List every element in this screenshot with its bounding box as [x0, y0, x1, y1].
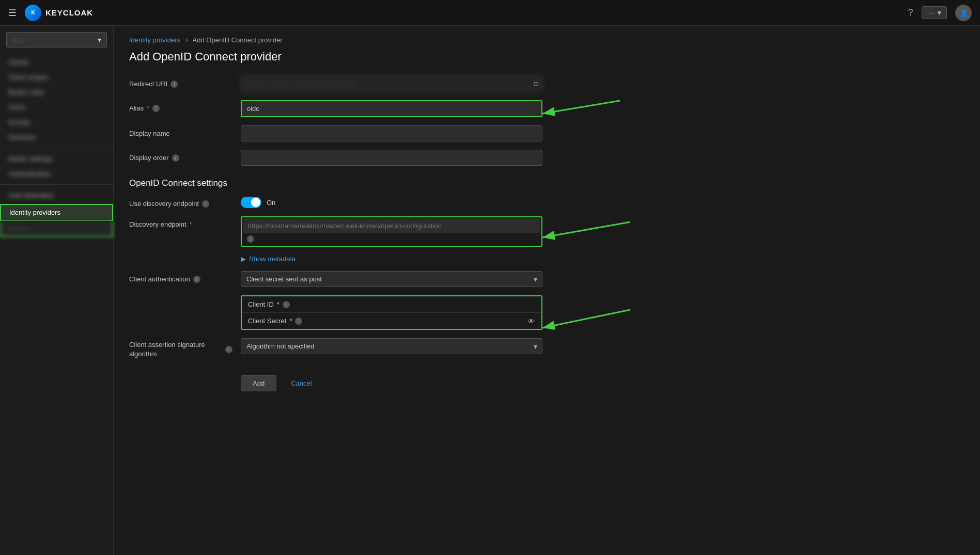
client-credentials-row: Client ID * i Client Secret * i [129, 295, 542, 330]
client-secret-input-wrap: 👁 [324, 313, 541, 329]
client-assertion-info-icon: i [225, 346, 232, 353]
copy-button[interactable]: ⧉ [532, 78, 540, 90]
sidebar-item-2[interactable]: Client scopes [0, 70, 113, 85]
discovery-endpoint-input[interactable] [243, 218, 540, 233]
redirect-uri-wrap: ⧉ [241, 76, 542, 92]
alias-input[interactable] [242, 101, 541, 116]
breadcrumb-separator: > [184, 36, 189, 44]
alias-info-icon: i [152, 105, 160, 112]
sidebar-item-5-label: Groups [8, 118, 30, 126]
redirect-uri-input[interactable] [241, 76, 542, 92]
eye-icon[interactable]: 👁 [525, 314, 537, 327]
alias-required-star: * [147, 104, 149, 112]
sidebar-item-3-label: Realm roles [8, 88, 44, 96]
sidebar-divider-2 [0, 184, 113, 185]
hamburger-icon[interactable]: ☰ [8, 7, 17, 19]
toggle-on-text: On [267, 199, 275, 207]
logo: K KEYCLOAK [25, 5, 93, 21]
client-assertion-label: Client assertion signature algorithm i [129, 338, 232, 359]
sidebar-item-1-label: Clients [8, 58, 29, 66]
sidebar-item-8[interactable]: Authentication [0, 166, 113, 181]
discovery-info-icon: i [247, 235, 254, 243]
sidebar-item-below[interactable]: ·········· [0, 221, 113, 237]
discovery-info-row: i [243, 233, 540, 245]
toggle-knob [251, 198, 260, 207]
display-name-input[interactable] [241, 125, 542, 141]
redirect-uri-label: Redirect URI i [129, 76, 232, 88]
sidebar-item-9-label: User federation [8, 192, 54, 199]
sidebar-identity-providers-label: Identity providers [9, 209, 60, 216]
display-order-row: Display order i [129, 150, 542, 166]
realm-select-label: ····· [12, 36, 22, 44]
add-button[interactable]: Add [241, 375, 276, 391]
user-dropdown[interactable]: ···· ▾ [922, 6, 947, 19]
client-id-info-icon: i [283, 301, 290, 308]
user-dropdown-label: ···· [927, 9, 935, 17]
sidebar-item-8-label: Authentication [8, 170, 51, 178]
client-secret-required: * [289, 317, 292, 325]
breadcrumb: Identity providers > Add OpenID Connect … [129, 36, 965, 44]
discovery-required-star: * [190, 220, 192, 228]
toggle-wrap: On [241, 197, 275, 208]
display-order-info-icon: i [172, 154, 179, 162]
client-id-row: Client ID * i [242, 296, 541, 313]
use-discovery-info-icon: i [202, 200, 209, 208]
display-order-wrap [241, 150, 542, 166]
client-assertion-select[interactable]: Algorithm not specified [241, 338, 542, 354]
client-auth-row: Client authentication i Client secret se… [129, 271, 542, 287]
sidebar-item-7-label: Realm settings [8, 155, 53, 163]
page-title: Add OpenID Connect provider [129, 50, 965, 64]
discovery-endpoint-row: Discovery endpoint * i [129, 216, 542, 247]
main-layout: ····· ▾ Clients Client scopes Realm role… [0, 26, 980, 555]
sidebar-item-below-label: ·········· [9, 225, 28, 232]
sidebar-item-identity-providers[interactable]: Identity providers [0, 204, 113, 221]
client-auth-select-wrap: Client secret sent as post ▾ [241, 271, 542, 287]
alias-row: Alias * i [129, 100, 542, 117]
discovery-endpoint-wrap: i [241, 216, 542, 247]
display-order-label: Display order i [129, 150, 232, 162]
use-discovery-toggle[interactable] [241, 197, 261, 208]
main-content: Identity providers > Add OpenID Connect … [114, 26, 980, 555]
sidebar-divider-1 [0, 148, 113, 148]
sidebar-item-9[interactable]: User federation [0, 188, 113, 203]
client-credentials-box: Client ID * i Client Secret * i [241, 295, 542, 330]
client-secret-row: Client Secret * i 👁 [242, 313, 541, 329]
sidebar-item-5[interactable]: Groups [0, 115, 113, 130]
redirect-uri-row: Redirect URI i ⧉ [129, 76, 542, 92]
form-section: Redirect URI i ⧉ Alias * i [129, 76, 542, 391]
avatar[interactable]: 👤 [955, 5, 972, 21]
sidebar-item-1[interactable]: Clients [0, 55, 113, 70]
form-actions: Add Cancel [241, 375, 542, 391]
svg-line-1 [542, 222, 630, 237]
cancel-button[interactable]: Cancel [283, 375, 320, 391]
display-name-row: Display name [129, 125, 542, 141]
sidebar-item-4-label: Users [8, 103, 26, 111]
use-discovery-row: Use discovery endpoint i On [129, 197, 542, 208]
sidebar-item-7[interactable]: Realm settings [0, 151, 113, 166]
chevron-down-icon: ▾ [938, 9, 941, 17]
client-auth-info-icon: i [193, 276, 200, 283]
client-secret-input[interactable] [324, 313, 541, 329]
client-assertion-row: Client assertion signature algorithm i A… [129, 338, 542, 359]
show-metadata-link[interactable]: ▶ Show metadata [241, 255, 542, 263]
client-auth-label: Client authentication i [129, 271, 232, 283]
sidebar-item-3[interactable]: Realm roles [0, 85, 113, 100]
client-id-required: * [277, 300, 279, 308]
alias-label: Alias * i [129, 100, 232, 112]
sidebar-section-main: Clients Client scopes Realm roles Users … [0, 54, 113, 204]
client-secret-info-icon: i [295, 318, 302, 325]
sidebar-item-6[interactable]: Sessions [0, 130, 113, 145]
display-order-input[interactable] [241, 150, 542, 166]
keycloak-logo-text: KEYCLOAK [45, 8, 93, 17]
keycloak-logo-icon: K [25, 5, 41, 21]
help-icon[interactable]: ? [908, 7, 913, 18]
client-auth-select[interactable]: Client secret sent as post [241, 271, 542, 287]
redirect-uri-info-icon: i [170, 81, 178, 88]
sidebar-item-4[interactable]: Users [0, 100, 113, 115]
svg-line-0 [542, 101, 620, 114]
client-id-input[interactable] [324, 296, 541, 312]
sidebar-item-2-label: Client scopes [8, 73, 49, 81]
sidebar-item-6-label: Sessions [8, 133, 36, 141]
realm-select[interactable]: ····· ▾ [6, 32, 107, 47]
breadcrumb-link[interactable]: Identity providers [129, 36, 180, 44]
